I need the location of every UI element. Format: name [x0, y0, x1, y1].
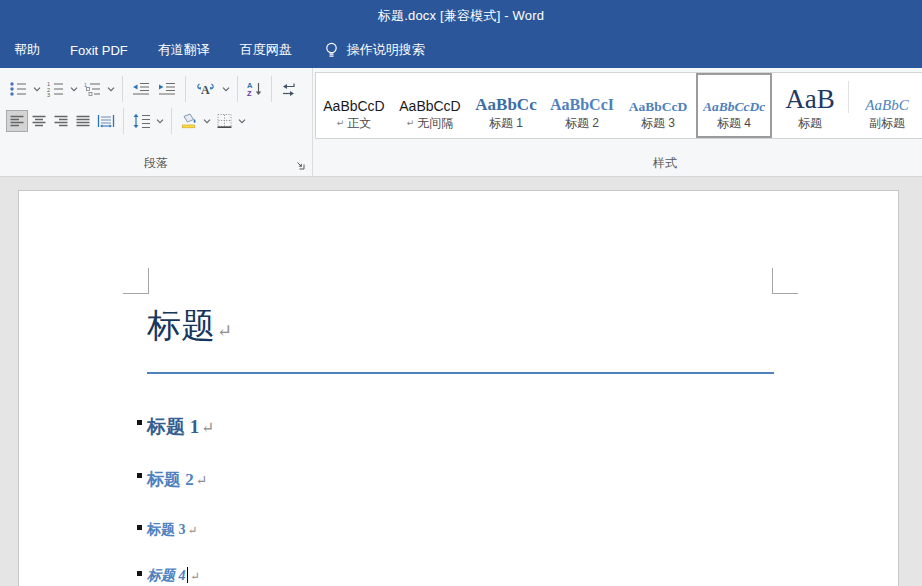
borders-button[interactable]: [213, 109, 236, 133]
separator: [122, 76, 123, 102]
style-item-no-spacing[interactable]: AaBbCcD ↵无间隔: [392, 73, 468, 138]
ribbon-tab-row: 帮助 Foxit PDF 有道翻译 百度网盘 操作说明搜索: [0, 32, 922, 68]
justify-button[interactable]: [72, 110, 94, 132]
style-item-heading1[interactable]: AaBbCc 标题 1: [468, 73, 544, 138]
doc-heading-3[interactable]: 标题 3↵: [147, 519, 807, 541]
doc-heading-1[interactable]: 标题 1↵: [147, 414, 807, 441]
text-cursor: [187, 567, 189, 583]
style-item-title[interactable]: AaB 标题: [772, 73, 848, 138]
paragraph-property-square: [137, 525, 142, 530]
document-content: 标题↵ 标题 1↵ 标题 2↵ 标题 3↵ 标题 4↵: [147, 305, 807, 586]
styles-group: AaBbCcD ↵正文 AaBbCcD ↵无间隔 AaBbCc 标题 1 AaB…: [313, 68, 922, 176]
separator: [171, 108, 172, 134]
style-item-subtitle[interactable]: AaBbC 副标题: [849, 73, 922, 138]
style-item-heading2[interactable]: AaBbCcI 标题 2: [544, 73, 620, 138]
paragraph-dialog-launcher-icon[interactable]: [295, 160, 305, 170]
ribbon: 1 2 3 1: [0, 68, 922, 177]
paragraph-group: 1 2 3 1: [0, 68, 313, 176]
align-center-button[interactable]: [28, 110, 50, 132]
paragraph-row-1: 1 2 3 1: [6, 73, 312, 105]
margin-crop-mark-right: [772, 268, 798, 294]
sort-button[interactable]: A Z: [243, 77, 266, 101]
pilcrow-mark: ↵: [407, 119, 415, 128]
paragraph-property-square: [137, 571, 142, 576]
borders-dropdown-chevron-icon[interactable]: [236, 115, 248, 128]
show-hide-marks-button[interactable]: [277, 78, 300, 101]
asian-layout-button[interactable]: A: [191, 77, 220, 101]
line-spacing-dropdown-chevron-icon[interactable]: [154, 115, 166, 128]
bullets-dropdown-chevron-icon[interactable]: [31, 83, 43, 96]
decrease-indent-button[interactable]: [128, 77, 154, 101]
align-right-button[interactable]: [50, 110, 72, 132]
style-item-heading4-selected[interactable]: AaBbCcDc 标题 4: [696, 73, 772, 138]
pilcrow-mark: ↵: [337, 119, 345, 128]
paragraph-property-square: [137, 473, 142, 478]
style-item-heading3[interactable]: AaBbCcD 标题 3: [620, 73, 696, 138]
tell-me-search-label: 操作说明搜索: [347, 41, 425, 59]
distribute-text-button[interactable]: [94, 110, 118, 132]
svg-text:1: 1: [84, 82, 87, 88]
window-titlebar: 标题.docx [兼容模式] - Word: [0, 0, 922, 32]
window-title: 标题.docx [兼容模式] - Word: [378, 7, 544, 25]
heading-text: 标题 3: [147, 522, 186, 537]
tell-me-search[interactable]: 操作说明搜索: [307, 32, 440, 68]
tab-help[interactable]: 帮助: [10, 32, 55, 68]
numbering-dropdown-chevron-icon[interactable]: [68, 83, 80, 96]
document-canvas: 标题↵ 标题 1↵ 标题 2↵ 标题 3↵ 标题 4↵: [0, 178, 922, 586]
shading-dropdown-chevron-icon[interactable]: [201, 115, 213, 128]
doc-heading-4[interactable]: 标题 4↵: [147, 565, 807, 586]
line-spacing-button[interactable]: [129, 109, 154, 133]
shading-button[interactable]: [177, 109, 201, 133]
doc-heading-2[interactable]: 标题 2↵: [147, 467, 807, 493]
doc-title-text: 标题: [147, 307, 215, 344]
multilevel-dropdown-chevron-icon[interactable]: [105, 83, 117, 96]
pilcrow-mark: ↵: [201, 419, 214, 436]
align-left-button[interactable]: [6, 110, 28, 132]
paragraph-group-label: 段落: [0, 155, 312, 172]
pilcrow-mark: ↵: [196, 473, 208, 488]
svg-text:A: A: [201, 83, 210, 97]
paragraph-property-square: [137, 420, 142, 425]
separator: [185, 76, 186, 102]
bullets-button[interactable]: [6, 77, 31, 101]
styles-group-label: 样式: [313, 155, 922, 172]
lightbulb-icon: [325, 42, 338, 59]
pilcrow-mark: ↵: [190, 570, 200, 582]
heading-text: 标题 2: [147, 470, 194, 489]
heading-text: 标题 1: [147, 416, 199, 437]
styles-gallery: AaBbCcD ↵正文 AaBbCcD ↵无间隔 AaBbCc 标题 1 AaB…: [315, 72, 922, 139]
title-bottom-border: [147, 372, 774, 374]
document-page[interactable]: 标题↵ 标题 1↵ 标题 2↵ 标题 3↵ 标题 4↵: [18, 190, 899, 586]
svg-text:Z: Z: [247, 89, 252, 97]
asian-layout-dropdown-chevron-icon[interactable]: [220, 83, 232, 96]
separator: [237, 76, 238, 102]
separator: [271, 76, 272, 102]
separator: [123, 108, 124, 134]
style-item-normal[interactable]: AaBbCcD ↵正文: [316, 73, 392, 138]
numbering-button[interactable]: 1 2 3: [43, 77, 68, 101]
pilcrow-mark: ↵: [188, 524, 198, 536]
pilcrow-mark: ↵: [217, 321, 232, 341]
doc-title-line[interactable]: 标题↵: [147, 305, 807, 352]
multilevel-list-button[interactable]: 1: [80, 77, 105, 101]
increase-indent-button[interactable]: [154, 77, 180, 101]
tab-foxit-pdf[interactable]: Foxit PDF: [55, 32, 143, 68]
heading-text: 标题 4: [147, 568, 186, 583]
paragraph-row-2: [6, 105, 312, 137]
tab-youdao-translate[interactable]: 有道翻译: [143, 32, 225, 68]
tab-baidu-netdisk[interactable]: 百度网盘: [225, 32, 307, 68]
svg-text:3: 3: [47, 92, 50, 97]
margin-crop-mark-left: [123, 268, 149, 294]
